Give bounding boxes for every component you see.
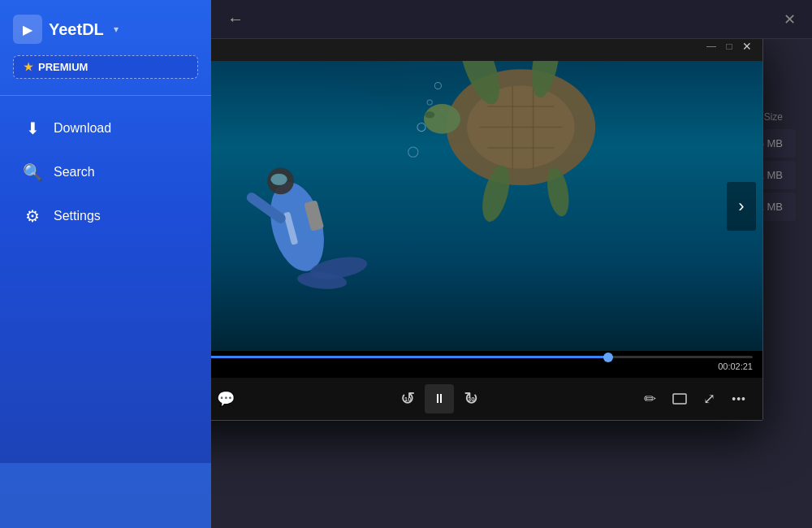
player-close-button[interactable]: ✕ bbox=[741, 41, 753, 52]
player-restore-button[interactable]: □ bbox=[723, 41, 735, 52]
premium-label: PREMIUM bbox=[38, 61, 88, 73]
skip-forward-button[interactable]: ↻ 30 bbox=[460, 385, 482, 413]
underwater-scene bbox=[211, 61, 762, 351]
controls-right: ✏ ⤢ ••• bbox=[641, 387, 749, 411]
sidebar-item-download[interactable]: ⬇ Download bbox=[6, 107, 205, 149]
top-bar-left: ← bbox=[227, 10, 244, 28]
dropdown-arrow[interactable]: ▾ bbox=[114, 24, 119, 35]
time-remaining: 00:02:21 bbox=[718, 361, 753, 371]
sidebar-divider bbox=[0, 95, 211, 96]
settings-label: Settings bbox=[54, 209, 101, 223]
svg-point-24 bbox=[270, 174, 287, 185]
sidebar: ▶ YeetDL ▾ ★ PREMIUM ⬇ Download 🔍 Search… bbox=[0, 0, 211, 528]
sidebar-nav: ⬇ Download 🔍 Search ⚙ Settings bbox=[0, 99, 211, 463]
back-button[interactable]: ← bbox=[227, 10, 244, 28]
premium-badge[interactable]: ★ PREMIUM bbox=[13, 55, 198, 79]
time-row: 00:04:19 00:02:21 bbox=[211, 358, 753, 374]
subtitles-button[interactable]: 💬 bbox=[214, 387, 238, 411]
progress-thumb[interactable] bbox=[603, 353, 613, 362]
sidebar-item-settings[interactable]: ⚙ Settings bbox=[6, 195, 205, 237]
progress-area: 00:04:19 00:02:21 bbox=[211, 351, 762, 378]
svg-rect-28 bbox=[673, 394, 686, 404]
content-area: ↩ ↩ Paste a link to a video to download … bbox=[211, 39, 812, 528]
progress-fill bbox=[211, 356, 608, 358]
close-top-button[interactable]: ✕ bbox=[784, 11, 796, 28]
play-pause-icon: ⏸ bbox=[433, 392, 446, 406]
video-player: ← — □ ✕ bbox=[211, 39, 763, 421]
col-size-header: Size bbox=[764, 111, 783, 123]
skip-back-button[interactable]: ↺ 10 bbox=[397, 385, 418, 413]
app-window: ▶ YeetDL ▾ ★ PREMIUM ⬇ Download 🔍 Search… bbox=[0, 0, 812, 528]
player-win-controls: — □ ✕ bbox=[706, 41, 753, 52]
sidebar-header: ▶ YeetDL ▾ bbox=[0, 0, 211, 55]
video-svg bbox=[211, 61, 762, 351]
controls-left: 🔊 💬 bbox=[211, 387, 238, 411]
top-bar: ← ✕ bbox=[211, 0, 812, 39]
download-icon: ⬇ bbox=[23, 119, 42, 138]
settings-icon: ⚙ bbox=[23, 206, 42, 226]
svg-point-14 bbox=[424, 104, 460, 134]
video-area: ‹ › bbox=[211, 61, 762, 351]
download-label: Download bbox=[54, 121, 111, 136]
main-content: ← ✕ ↩ ↩ Paste a link to a video to downl… bbox=[211, 0, 812, 528]
video-next-button[interactable]: › bbox=[727, 182, 756, 231]
progress-track[interactable] bbox=[211, 356, 753, 358]
app-title: YeetDL bbox=[49, 20, 104, 39]
sidebar-bottom bbox=[0, 463, 211, 528]
sidebar-item-search[interactable]: 🔍 Search bbox=[6, 151, 205, 193]
aspect-icon bbox=[672, 393, 687, 405]
logo-icon: ▶ bbox=[13, 15, 42, 44]
player-minimize-button[interactable]: — bbox=[706, 41, 717, 52]
draw-button[interactable]: ✏ bbox=[641, 387, 659, 411]
controls-bar: 🔊 💬 ↺ 10 ⏸ ↻ 30 bbox=[211, 378, 762, 420]
svg-point-15 bbox=[425, 111, 434, 118]
more-options-button[interactable]: ••• bbox=[728, 389, 749, 409]
premium-star: ★ bbox=[24, 61, 33, 73]
fullscreen-button[interactable]: ⤢ bbox=[700, 387, 719, 411]
search-label: Search bbox=[54, 165, 95, 180]
play-pause-button[interactable]: ⏸ bbox=[425, 384, 454, 413]
controls-center: ↺ 10 ⏸ ↻ 30 bbox=[397, 384, 482, 413]
search-icon: 🔍 bbox=[23, 162, 42, 182]
player-title-bar: ← — □ ✕ bbox=[211, 39, 762, 61]
aspect-ratio-button[interactable] bbox=[669, 390, 690, 408]
